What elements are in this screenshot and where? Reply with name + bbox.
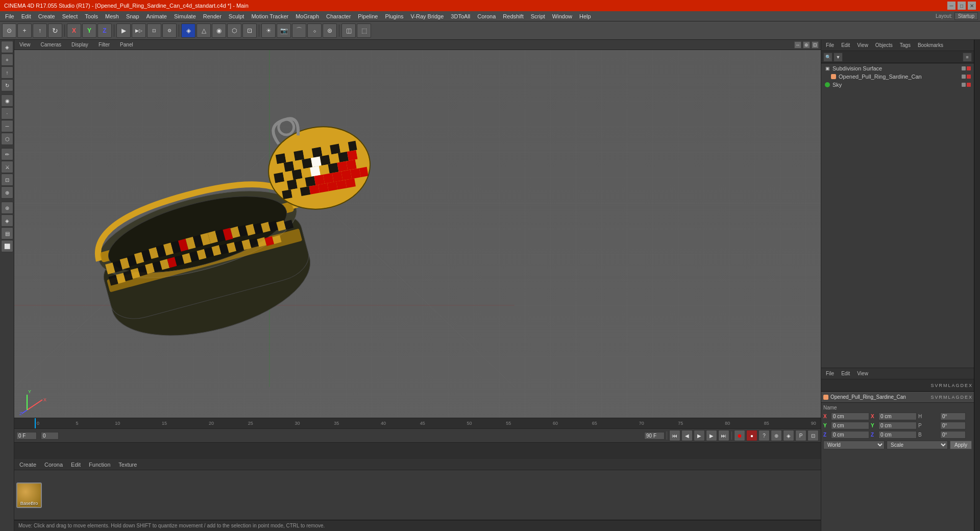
viewport-canvas[interactable]: X Y Z Grid Spacing : 10 cm	[14, 50, 821, 418]
coord-y-input[interactable]	[831, 422, 869, 429]
attr-flag-e[interactable]: E	[965, 395, 968, 400]
obj-toolbar-search[interactable]: 🔍	[823, 53, 832, 62]
attr-menu-view[interactable]: View	[854, 370, 871, 377]
toolbar-obj4-btn[interactable]: ⬡	[227, 23, 241, 38]
obj-menu-edit[interactable]: Edit	[839, 41, 852, 49]
menu-animate[interactable]: Animate	[143, 12, 170, 20]
minimize-button[interactable]: ─	[947, 2, 955, 10]
left-edge-mode[interactable]: ─	[1, 120, 13, 132]
apply-button[interactable]: Apply	[950, 441, 972, 449]
viewport-layout-icon[interactable]: ⊡	[812, 41, 819, 49]
config-btn[interactable]: ?	[758, 430, 770, 441]
menu-help[interactable]: Help	[576, 12, 594, 20]
toolbar-render-all-btn[interactable]: ⊡	[147, 23, 161, 38]
viewport-resize-icon[interactable]: ↔	[794, 41, 801, 49]
attr-flag-a[interactable]: A	[951, 395, 954, 400]
toolbar-x-btn[interactable]: X	[67, 23, 81, 38]
left-scale-btn[interactable]: ↑	[1, 66, 13, 79]
obj-toolbar-filter[interactable]: ▼	[834, 53, 843, 62]
attr-menu-file[interactable]: File	[823, 370, 837, 377]
toolbar-obj5-btn[interactable]: ⊡	[242, 23, 257, 38]
attr-flag-s[interactable]: S	[930, 395, 934, 400]
toolbar-light-btn[interactable]: ☀	[261, 23, 276, 38]
frame-value-input[interactable]	[41, 432, 59, 440]
coord-x-input[interactable]	[831, 413, 869, 420]
title-bar-controls[interactable]: ─ □ ✕	[947, 2, 976, 10]
prev-frame-btn[interactable]: ◀	[681, 430, 693, 441]
menu-mograph[interactable]: MoGraph	[292, 12, 322, 20]
attr-flag-v[interactable]: V	[935, 395, 938, 400]
world-dropdown[interactable]: World Object Parent	[823, 441, 885, 449]
autokey-btn[interactable]: ●	[746, 430, 757, 441]
toolbar-move-btn[interactable]: +	[17, 23, 32, 38]
toolbar-obj2-btn[interactable]: △	[197, 23, 211, 38]
coord-z-input[interactable]	[831, 431, 869, 439]
menu-render[interactable]: Render	[200, 12, 225, 20]
viewport-tab-filter[interactable]: Filter	[95, 41, 113, 49]
motion4-btn[interactable]: ⊡	[807, 430, 819, 441]
toolbar-spline-btn[interactable]: ⌒	[292, 23, 306, 38]
attr-flag-g[interactable]: G	[955, 395, 959, 400]
coord-z2-input[interactable]	[878, 431, 917, 439]
attr-flag-m[interactable]: M	[943, 395, 947, 400]
toolbar-obj1-btn[interactable]: ◈	[181, 23, 195, 38]
toolbar-render-region-btn[interactable]: ▶▷	[132, 23, 146, 38]
toolbar-gen-btn[interactable]: ⊛	[323, 23, 337, 38]
maximize-button[interactable]: □	[958, 2, 966, 10]
mat-menu-corona[interactable]: Corona	[41, 461, 66, 469]
material-swatch-basecolor[interactable]: BaseBro	[16, 482, 42, 508]
obj-menu-file[interactable]: File	[823, 41, 837, 49]
toolbar-rotate-btn[interactable]: ↻	[48, 23, 62, 38]
obj-menu-view[interactable]: View	[854, 41, 871, 49]
motion2-btn[interactable]: ◈	[783, 430, 794, 441]
toolbar-render-settings-btn[interactable]: ⚙	[162, 23, 177, 38]
menu-snap[interactable]: Snap	[123, 12, 142, 20]
obj-item-sardine-can[interactable]: Opened_Pull_Ring_Sardine_Can	[822, 73, 973, 81]
viewport-tab-panel[interactable]: Panel	[117, 41, 136, 49]
menu-motion-tracker[interactable]: Motion Tracker	[248, 12, 291, 20]
attr-flag-l[interactable]: L	[948, 395, 950, 400]
obj-flag-2[interactable]	[967, 66, 971, 70]
toolbar-camera-btn[interactable]: 📷	[277, 23, 291, 38]
obj-flag-sky-2[interactable]	[967, 83, 971, 87]
mat-menu-edit[interactable]: Edit	[68, 461, 84, 469]
menu-redshift[interactable]: Redshift	[500, 12, 526, 20]
motion-btn[interactable]: ⊕	[771, 430, 782, 441]
attr-flag-d[interactable]: D	[960, 395, 964, 400]
viewport-center-icon[interactable]: ⊕	[803, 41, 810, 49]
menu-simulate[interactable]: Simulate	[171, 12, 199, 20]
scale-dropdown[interactable]: Scale	[887, 441, 948, 449]
menu-window[interactable]: Window	[549, 12, 575, 20]
go-end-btn[interactable]: ⏭	[718, 430, 729, 441]
right-scrollbar[interactable]	[974, 40, 980, 531]
obj-flag-sky-1[interactable]	[962, 83, 966, 87]
toolbar-mode-btn[interactable]: ⊙	[2, 23, 16, 38]
record-btn[interactable]: ⏺	[734, 430, 745, 441]
menu-select[interactable]: Select	[59, 12, 81, 20]
obj-menu-tags[interactable]: Tags	[897, 41, 913, 49]
obj-toolbar-layer[interactable]: ≡	[963, 53, 972, 62]
play-btn[interactable]: ▶	[694, 430, 705, 441]
left-texture-btn[interactable]: ▤	[1, 227, 13, 239]
attr-flag-x[interactable]: X	[969, 395, 972, 400]
current-frame-input[interactable]	[16, 432, 37, 440]
attr-menu-edit[interactable]: Edit	[839, 370, 852, 377]
viewport-tab-cameras[interactable]: Cameras	[38, 41, 65, 49]
menu-tools[interactable]: Tools	[82, 12, 101, 20]
left-floor-btn[interactable]: ⬜	[1, 240, 13, 252]
close-button[interactable]: ✕	[968, 2, 976, 10]
left-extrude-btn[interactable]: ⊡	[1, 174, 13, 186]
menu-file[interactable]: File	[2, 12, 17, 20]
attr-flag-r[interactable]: R	[939, 395, 942, 400]
menu-edit[interactable]: Edit	[18, 12, 34, 20]
menu-corona[interactable]: Corona	[474, 12, 499, 20]
left-magnet-btn[interactable]: ⊛	[1, 202, 13, 214]
left-rotate-btn[interactable]: ↻	[1, 79, 13, 91]
toolbar-y-btn[interactable]: Y	[82, 23, 96, 38]
coord-b-input[interactable]	[940, 431, 966, 439]
left-object-mode[interactable]: ◉	[1, 94, 13, 107]
left-paint-btn[interactable]: ✏	[1, 148, 13, 160]
menu-sculpt[interactable]: Sculpt	[226, 12, 248, 20]
left-knife-btn[interactable]: ⚔	[1, 161, 13, 173]
left-material-btn[interactable]: ◈	[1, 214, 13, 227]
